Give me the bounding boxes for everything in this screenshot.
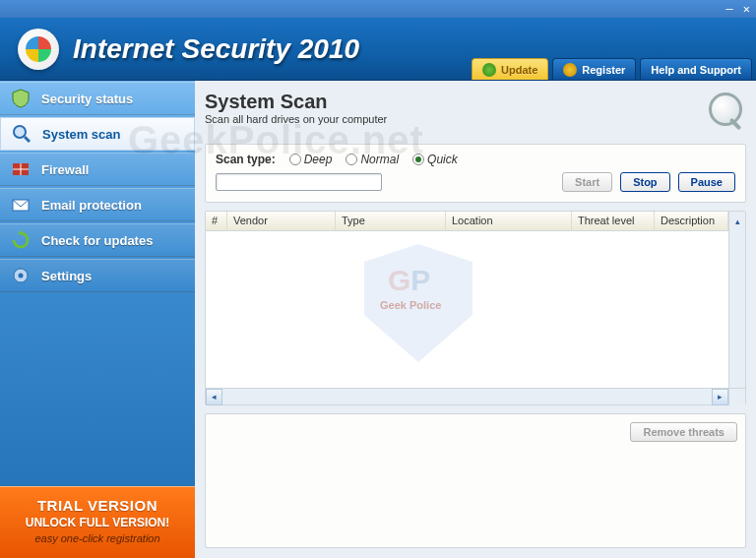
stop-button[interactable]: Stop xyxy=(620,172,669,192)
app-title: Internet Security 2010 xyxy=(73,33,359,65)
results-empty-area xyxy=(206,231,728,388)
update-icon xyxy=(482,63,496,77)
sidebar-item-label: Email protection xyxy=(41,198,142,213)
sidebar-item-settings[interactable]: Settings xyxy=(0,259,195,292)
minimize-button[interactable]: — xyxy=(726,2,733,16)
scan-progress-bar xyxy=(216,173,382,191)
bottom-panel: Remove threats xyxy=(205,413,746,548)
radio-icon xyxy=(412,154,424,165)
svg-point-0 xyxy=(14,126,26,138)
col-location[interactable]: Location xyxy=(446,212,572,230)
scan-mode-quick[interactable]: Quick xyxy=(412,153,458,166)
sidebar-item-label: System scan xyxy=(42,127,121,142)
page-title: System Scan xyxy=(205,91,387,113)
refresh-icon xyxy=(10,229,32,251)
sidebar: Security status System scan Firewall Ema… xyxy=(0,81,195,558)
header-buttons: Update Register Help and Support xyxy=(472,58,752,80)
update-button[interactable]: Update xyxy=(472,58,548,80)
col-description[interactable]: Description xyxy=(655,212,728,230)
vertical-scrollbar[interactable]: ▴ xyxy=(728,212,745,231)
radio-icon xyxy=(346,154,357,165)
register-button[interactable]: Register xyxy=(552,58,636,80)
svg-point-7 xyxy=(19,274,24,279)
sidebar-item-system-scan[interactable]: System scan xyxy=(0,117,195,151)
update-label: Update xyxy=(501,64,537,76)
main-panel: System Scan Scan all hard drives on your… xyxy=(195,81,756,558)
register-label: Register xyxy=(582,64,625,76)
help-label: Help and Support xyxy=(651,64,741,76)
page-subtitle: Scan all hard drives on your computer xyxy=(205,113,387,125)
radio-icon xyxy=(289,154,301,165)
envelope-icon xyxy=(10,194,32,216)
table-header: # Vendor Type Location Threat level Desc… xyxy=(206,212,728,231)
horizontal-scrollbar[interactable]: ◂ ▸ xyxy=(206,388,745,404)
chevron-up-icon: ▴ xyxy=(735,217,740,226)
vertical-scrollbar[interactable] xyxy=(728,231,745,388)
sidebar-item-email-protection[interactable]: Email protection xyxy=(0,188,195,221)
shield-icon xyxy=(10,88,32,109)
results-table: # Vendor Type Location Threat level Desc… xyxy=(205,211,746,405)
app-logo-icon xyxy=(18,29,59,70)
scan-type-label: Scan type: xyxy=(216,153,276,166)
sidebar-item-security-status[interactable]: Security status xyxy=(0,82,195,115)
col-type[interactable]: Type xyxy=(336,212,446,230)
sidebar-item-check-updates[interactable]: Check for updates xyxy=(0,223,195,257)
trial-line2: UNLOCK FULL VERSION! xyxy=(4,516,191,529)
sidebar-item-label: Firewall xyxy=(41,162,89,177)
sidebar-item-label: Settings xyxy=(41,269,92,283)
app-header: Internet Security 2010 Update Register H… xyxy=(0,18,756,81)
sidebar-item-label: Security status xyxy=(41,92,133,106)
close-button[interactable]: ✕ xyxy=(743,2,750,16)
col-index[interactable]: # xyxy=(206,212,227,230)
window-titlebar: — ✕ xyxy=(0,0,756,18)
chevron-right-icon[interactable]: ▸ xyxy=(712,389,728,405)
trial-banner[interactable]: TRIAL VERSION UNLOCK FULL VERSION! easy … xyxy=(0,486,195,558)
panel-header: System Scan Scan all hard drives on your… xyxy=(205,91,746,136)
firewall-icon xyxy=(10,158,32,180)
help-button[interactable]: Help and Support xyxy=(640,58,752,80)
col-vendor[interactable]: Vendor xyxy=(227,212,336,230)
gear-icon xyxy=(10,265,32,286)
svg-line-1 xyxy=(25,137,30,142)
magnifier-icon xyxy=(11,123,32,145)
pause-button[interactable]: Pause xyxy=(678,172,735,192)
start-button[interactable]: Start xyxy=(562,172,612,192)
scan-mode-normal[interactable]: Normal xyxy=(346,153,399,166)
key-icon xyxy=(563,63,577,77)
trial-line3: easy one-click registration xyxy=(4,532,191,544)
sidebar-item-label: Check for updates xyxy=(41,233,153,248)
trial-line1: TRIAL VERSION xyxy=(4,497,191,514)
sidebar-item-firewall[interactable]: Firewall xyxy=(0,153,195,186)
scan-mode-deep[interactable]: Deep xyxy=(289,153,333,166)
scan-controls: Scan type: Deep Normal Quick Start Stop … xyxy=(205,144,746,203)
col-threat-level[interactable]: Threat level xyxy=(572,212,655,230)
remove-threats-button[interactable]: Remove threats xyxy=(630,422,737,442)
scan-large-icon xyxy=(701,91,746,136)
chevron-left-icon[interactable]: ◂ xyxy=(206,389,222,405)
